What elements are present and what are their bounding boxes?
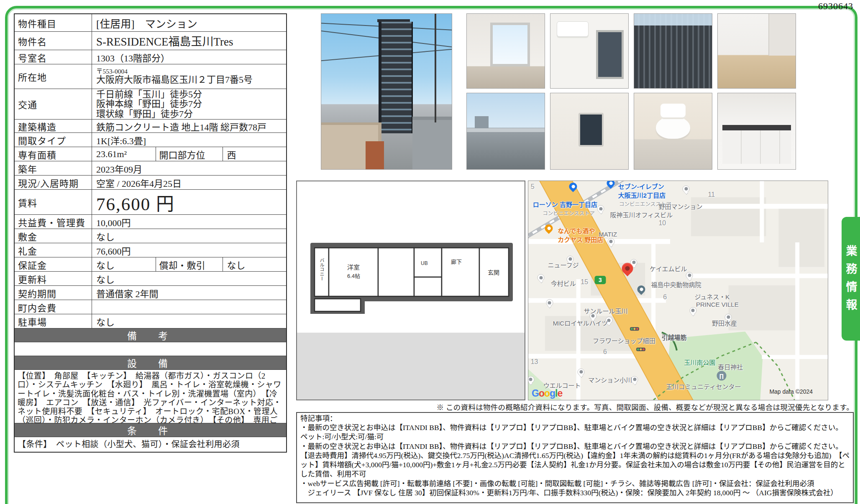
special-notes-box: 特記事項：・最新の空き状況とお申込は【ITANDI BB】、物件資料は【リアプロ… xyxy=(296,412,854,503)
map-pin-gray-icon xyxy=(578,368,585,375)
row-value: 10,000円 xyxy=(92,215,286,229)
table-row: 専有面積23.61m²開口部方位西 xyxy=(15,147,286,161)
utility-pole xyxy=(435,14,436,122)
table-row: 礼金76,600円 xyxy=(15,243,286,257)
map-label: Map data ©2024 xyxy=(769,388,813,395)
document-number: 6930643 xyxy=(818,1,853,12)
table-row: 保証金なし償却・敷引なし xyxy=(15,257,286,271)
row-value: 76,600 円 xyxy=(92,190,286,214)
map-label: 15 xyxy=(581,278,588,286)
map-pin-gray-icon xyxy=(631,376,638,383)
row-label: 所在地 xyxy=(15,64,92,89)
map-label: カクヤス 野田店 xyxy=(558,235,603,244)
table-row: 物件名S-RESIDENCE福島玉川Tres xyxy=(15,31,286,50)
map-label: 福島中央動物病院 xyxy=(651,280,701,289)
map-label: 引越場筋 xyxy=(662,333,687,341)
row-value: 普通借家 2年間 xyxy=(92,286,286,300)
plan-hall-label: 廊下 xyxy=(451,259,462,265)
row-label: 契約期間 xyxy=(15,286,92,300)
map-label: セブン-イレブン xyxy=(618,182,664,191)
row-value: なし xyxy=(92,314,286,328)
map-pin-route-icon: 3 xyxy=(594,276,606,284)
row-label: 共益費・管理費 xyxy=(15,215,92,229)
row-value: 鉄筋コンクリート造 地上14階 総戸数78戸 xyxy=(92,120,286,132)
map-pin-shrine-icon: ∏ xyxy=(717,371,726,381)
row-label: 物件種目 xyxy=(15,14,92,31)
building-tower xyxy=(379,22,413,134)
map-label: 春日神社 xyxy=(718,362,743,371)
plan-room-label: 洋室 xyxy=(347,264,360,271)
map-label: なんでも酒や xyxy=(558,226,595,235)
table-row: 敷金なし xyxy=(15,229,286,243)
plan-gray-band xyxy=(297,333,525,400)
table-row: 共益費・管理費10,000円 xyxy=(15,214,286,229)
table-row: 建築構造鉄筋コンクリート造 地上14階 総戸数78戸 xyxy=(15,119,286,132)
note-line: ジェイリース 【JVF 保なし 住居 30】初回保証料30%・更新料1万円/年、… xyxy=(300,488,850,497)
note-line: 特記事項： xyxy=(300,414,850,423)
map-label: PRINCE VILLE xyxy=(696,301,739,308)
row-label: 駐車場 xyxy=(15,314,92,328)
map-label: サンルール玉川 xyxy=(584,306,627,315)
map-label: ケイエムビル xyxy=(650,264,687,273)
business-info-tab[interactable]: 業務情報 xyxy=(842,217,860,341)
map-pin-traffic-icon xyxy=(630,327,639,331)
table-row: 賃料76,600 円 xyxy=(15,189,286,214)
map-label: ジュネス・K xyxy=(694,292,729,301)
row-value: [住居用] マンション xyxy=(92,14,286,31)
property-flyer-page: 6930643 物件種目[住居用] マンション物件名S-RESIDENCE福島玉… xyxy=(0,0,860,504)
photo-intercom-monitor xyxy=(550,93,629,170)
photo-toilet xyxy=(634,93,712,170)
map-label: 6 xyxy=(663,293,667,301)
map-pin-gray-icon xyxy=(683,186,690,193)
row-value: 2023年09月 xyxy=(92,161,286,175)
map-label: 13 xyxy=(531,358,538,366)
map-label: 大阪玉川2丁目店 xyxy=(618,191,665,199)
photo-street-view xyxy=(466,93,545,170)
map-pin-gray-icon xyxy=(686,272,693,279)
map-label: 玉川コミュニティセンター xyxy=(666,382,741,391)
property-detail-table: 物件種目[住居用] マンション物件名S-RESIDENCE福島玉川Tres号室名… xyxy=(14,13,287,453)
location-map: ∏3 5セブン-イレブン大阪玉川2丁目店コンビニエンスストアローソン 吉野一丁目… xyxy=(528,181,828,400)
map-label: コンビニエンスストア xyxy=(543,209,595,217)
row-value-2: なし xyxy=(223,257,287,271)
map-label: 11 xyxy=(708,191,715,199)
row-value: 1K[洋:6.3畳] xyxy=(92,133,286,147)
note-line: ・最新の空き状況とお申込は【ITANDI BB】、物件資料は【リアプロ】【リアプ… xyxy=(300,423,850,432)
low-building-right xyxy=(412,117,452,169)
row-label: 現況/入居時期 xyxy=(15,176,92,189)
photo-balcony-louver xyxy=(634,13,712,89)
map-pin-gray-icon xyxy=(689,307,696,314)
row-label: 敷金 xyxy=(15,229,92,243)
floor-plan-box: バルコニー 洋室 6.4帖 UB 廊下 玄関 xyxy=(296,181,525,400)
row-value: 空室 / 2026年4月25日 xyxy=(92,176,286,189)
note-line: ペット:可/小型犬:可/猫:可 xyxy=(300,432,850,441)
map-pin-gray-icon xyxy=(538,274,545,281)
photo-building-exterior xyxy=(321,13,452,170)
table-row: 交通千日前線「玉川」徒歩5分阪神本線「野田」徒歩7分環状線「野田」徒歩7分 xyxy=(15,89,286,119)
map-pin-gray-icon xyxy=(597,205,604,212)
row-label-2: 開口部方位 xyxy=(156,147,223,161)
map-label: ニューフジ xyxy=(548,260,579,269)
row-value: なし xyxy=(92,257,156,271)
row-value: なし xyxy=(92,272,286,285)
row-value: 23.61m² xyxy=(92,147,156,161)
row-value: 〒553-0004大阪府大阪市福島区玉川２丁目7番5号 xyxy=(92,64,286,89)
remarks-header: 備 考 xyxy=(15,328,286,342)
photo-kitchen xyxy=(717,93,796,170)
photo-room-window xyxy=(466,13,545,89)
map-label: 玉川南公園 xyxy=(684,358,715,367)
row-label: 建築構造 xyxy=(15,120,92,132)
row-label: 築年 xyxy=(15,161,92,175)
table-row: 駐車場なし xyxy=(15,314,286,328)
plan-balcony-label: バルコニー xyxy=(319,258,325,281)
equipment-header: 設 備 xyxy=(15,356,286,369)
row-label: 物件名 xyxy=(15,32,92,50)
table-row: 間取タイプ1K[洋:6.3畳] xyxy=(15,132,286,147)
row-label-2: 償却・敷引 xyxy=(156,257,223,271)
plan-entrance-label: 玄関 xyxy=(488,269,499,276)
row-label: 更新料 xyxy=(15,272,92,285)
table-row: 号室名1303（13階部分） xyxy=(15,50,286,64)
table-row: 物件種目[住居用] マンション xyxy=(15,14,286,31)
row-value: 76,600円 xyxy=(92,243,286,257)
row-value xyxy=(92,300,286,314)
